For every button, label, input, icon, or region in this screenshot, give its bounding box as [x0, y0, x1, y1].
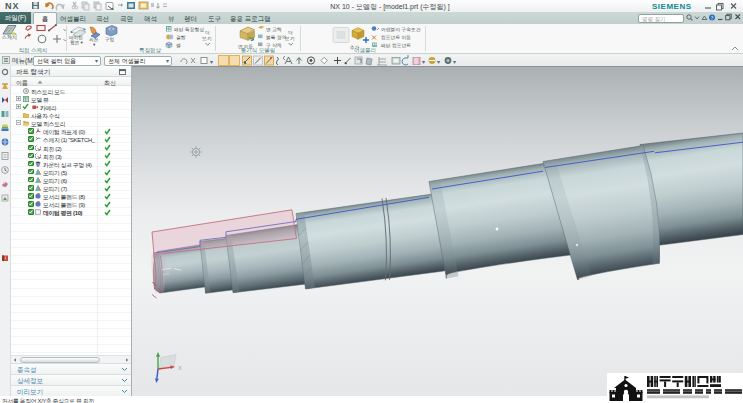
svg-text:구멍: 구멍 [105, 37, 114, 42]
svg-text:컴포넌트 이동: 컴포넌트 이동 [381, 35, 411, 40]
svg-text:보기: 보기 [285, 36, 295, 41]
svg-text:면 교체: 면 교체 [266, 27, 282, 32]
svg-text:결합: 결합 [176, 35, 186, 40]
svg-text:보기: 보기 [202, 36, 212, 41]
svg-text:패턴 특징형상: 패턴 특징형상 [173, 27, 204, 33]
svg-text:어셈블리 구속조건: 어셈블리 구속조건 [381, 27, 421, 32]
svg-text:▾: ▾ [422, 59, 425, 65]
svg-text:▾: ▾ [93, 42, 96, 47]
svg-text:X: X [178, 365, 182, 371]
svg-text:더: 더 [205, 30, 210, 35]
svg-text:▾: ▾ [210, 59, 213, 65]
svg-text:▾: ▾ [437, 59, 440, 65]
svg-text:스케치: 스케치 [2, 34, 17, 40]
svg-text:평면 ▾: 평면 ▾ [70, 40, 83, 45]
svg-text:볼록 영역: 볼록 영역 [266, 35, 287, 41]
svg-text:▾: ▾ [453, 59, 456, 65]
svg-text:더: 더 [288, 30, 293, 35]
